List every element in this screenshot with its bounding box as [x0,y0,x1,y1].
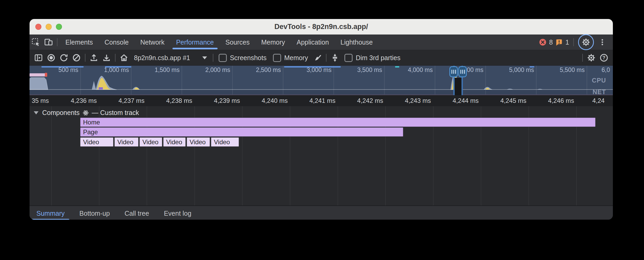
devtools-tabbar: ElementsConsoleNetworkPerformanceSources… [30,35,613,50]
target-selector[interactable]: 8p2n9n.csb.app #1 [130,54,211,62]
error-count: 8 [549,38,553,46]
tab-memory[interactable]: Memory [255,35,291,50]
load-profile-button[interactable] [88,52,100,64]
toggle-sidebar-button[interactable] [32,52,45,64]
overview-time-label: 5,000 ms [509,66,534,74]
save-profile-button[interactable] [100,52,113,64]
gear-icon [581,38,590,47]
collapse-tracks-button[interactable] [329,52,341,64]
home-environment-button[interactable] [118,52,130,64]
flame-chart-area[interactable]: Components — Custom track HomePageVideoV… [30,106,613,205]
clear-icon [72,53,81,62]
tab-console[interactable]: Console [99,35,134,50]
ruler-time-label: 4,238 ms [166,97,192,104]
overview-time-label: 1,500 ms [155,66,180,74]
error-icon [539,38,547,46]
record-icon [46,53,56,62]
tab-performance[interactable]: Performance [170,35,220,50]
details-tab-call-tree[interactable]: Call tree [124,206,149,220]
ruler-time-label: 4,244 ms [453,97,479,104]
tab-application[interactable]: Application [291,35,335,50]
ruler-time-label: 4,24 [592,97,605,104]
more-options-button[interactable] [596,36,609,48]
ruler-time-label: 4,243 ms [405,97,431,104]
separator [57,38,57,46]
settings-button[interactable] [581,38,590,47]
issues-icon [555,38,563,46]
network-request-segment [395,66,399,68]
tabbar-right-controls: 8 1 [539,34,613,50]
warning-count: 1 [565,38,569,46]
window-title: DevTools - 8p2n9n.csb.app/ [30,19,613,34]
separator [213,54,213,62]
devtools-window: DevTools - 8p2n9n.csb.app/ ElementsConso… [30,19,613,220]
disclosure-triangle-icon [34,111,39,114]
reload-icon [59,53,69,62]
performance-toolbar: 8p2n9n.csb.app #1 Screenshots Memory [30,50,613,66]
track-bar-video[interactable]: Video [211,137,239,147]
screenshots-checkbox[interactable]: Screenshots [215,54,270,62]
selection-right-handle[interactable] [458,66,467,77]
panel-tabs: ElementsConsoleNetworkPerformanceSources… [60,35,378,50]
track-bar-video[interactable]: Video [80,137,113,147]
overview-time-label: 2,500 ms [256,66,281,74]
separator [326,54,326,62]
tab-lighthouse[interactable]: Lighthouse [335,35,378,50]
ruler-time-label: 4,239 ms [214,97,240,104]
console-errors-badge[interactable]: 8 [539,38,553,46]
help-icon: ? [599,53,609,62]
track-title-suffix: — Custom track [92,109,139,117]
overview-time-label: 4,000 ms [408,66,433,74]
separator [115,54,116,62]
download-icon [102,53,111,62]
compress-icon [330,53,340,62]
overview-time-label: 3,000 ms [306,66,331,74]
ruler-time-label: 4,245 ms [500,97,526,104]
target-selector-value: 8p2n9n.csb.app #1 [134,54,190,62]
ruler-time-label: 4,246 ms [548,97,574,104]
overview-time-label: 1,000 ms [104,66,129,74]
memory-checkbox[interactable]: Memory [270,54,311,62]
ruler-time-label: 4,241 ms [309,97,335,104]
device-toolbar-button[interactable] [42,36,55,48]
help-button[interactable]: ? [598,52,610,64]
track-bar-video[interactable]: Video [114,137,138,147]
kebab-menu-icon [598,38,606,47]
collect-garbage-button[interactable] [311,52,324,64]
details-tab-event-log[interactable]: Event log [164,206,191,220]
record-button[interactable] [45,52,57,64]
track-title-prefix: Components [42,109,80,117]
record-and-reload-button[interactable] [57,52,70,64]
net-track-label: NET [593,88,606,95]
memory-label: Memory [284,54,308,62]
tab-network[interactable]: Network [134,35,170,50]
track-bar-video[interactable]: Video [163,137,186,147]
overview-time-label: 3,500 ms [357,66,382,74]
selection-left-handle[interactable] [449,66,458,77]
separator [573,38,574,46]
track-bar-home[interactable]: Home [80,118,595,127]
overview-time-label: 6,0 [602,66,610,74]
clear-button[interactable] [70,52,83,64]
track-bar-video[interactable]: Video [140,137,162,147]
separator [582,54,583,62]
dim-third-parties-checkbox[interactable]: Dim 3rd parties [341,54,404,62]
inspect-element-button[interactable] [30,36,42,48]
screenshots-label: Screenshots [230,54,267,62]
device-toolbar-icon [44,37,53,47]
track-bar-video[interactable]: Video [187,137,210,147]
timeline-overview[interactable]: 500 ms1,000 ms1,500 ms2,000 ms2,500 ms3,… [30,66,613,95]
overview-time-label: 2,000 ms [205,66,230,74]
ruler-time-label: 4,237 ms [118,97,145,104]
tab-elements[interactable]: Elements [60,35,99,50]
dim-third-parties-label: Dim 3rd parties [356,54,401,62]
capture-settings-button[interactable] [585,52,598,64]
tab-sources[interactable]: Sources [220,35,256,50]
track-bar-page[interactable]: Page [80,127,403,137]
timeline-ruler: 35 ms4,236 ms4,237 ms4,238 ms4,239 ms4,2… [30,95,613,106]
console-warnings-badge[interactable]: 1 [555,38,569,46]
components-track-header[interactable]: Components — Custom track [34,109,139,117]
details-tab-summary[interactable]: Summary [36,206,65,220]
selection-window [455,78,462,95]
details-tab-bottom-up[interactable]: Bottom-up [79,206,110,220]
